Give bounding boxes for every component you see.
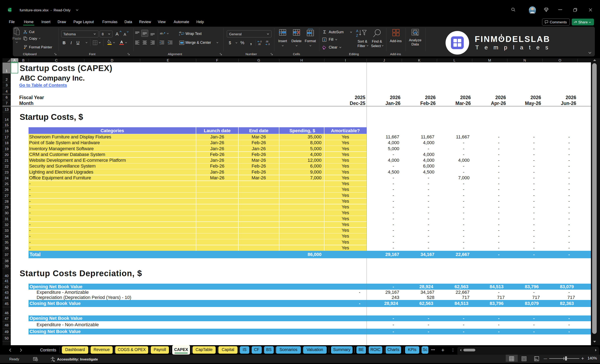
svg-text:x: x [9, 9, 9, 11]
svg-text:A: A [356, 29, 358, 33]
svg-text:c: c [179, 34, 180, 36]
svg-text:.00: .00 [265, 40, 268, 43]
svg-text:.0: .0 [260, 40, 262, 43]
svg-text:.00: .00 [258, 43, 261, 46]
svg-text:ab: ab [179, 31, 181, 34]
svg-text:Z: Z [356, 34, 358, 38]
svg-text:ab: ab [160, 32, 163, 35]
svg-text:.0: .0 [268, 43, 270, 46]
